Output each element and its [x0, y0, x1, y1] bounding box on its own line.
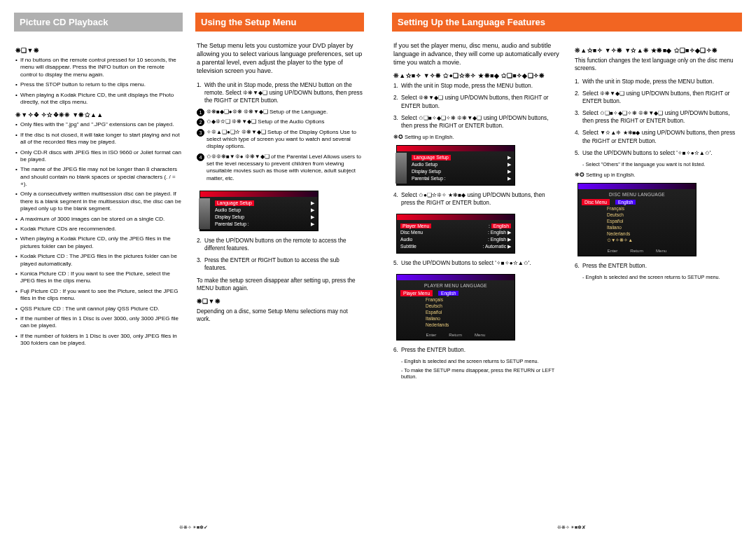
osd-row: Audio Setup — [215, 207, 241, 213]
note-header: ❋❏▼❋ — [15, 47, 181, 54]
player-steps-b: Select ✩●❏✫❊✧ ★❋■◆ using UP/DOWN buttons… — [393, 191, 559, 207]
note-item: If no buttons on the remote control pres… — [15, 57, 181, 78]
cdr-item: Konica Picture CD : If you want to see t… — [15, 270, 181, 285]
setup-close-note: To make the setup screen disappear after… — [197, 277, 363, 292]
osd-player-lang-list: PLAYER MENU LANGUAGE Player Menu English… — [396, 274, 515, 341]
osd-row-label: Audio — [400, 237, 412, 242]
player-lang-header: ❊▲✫■✧ ▼✧❋ ✩●❏✫❊✧ ★❋■◆ ✩❏■✧◆❏✧❋ — [393, 72, 559, 79]
player-step: Select ❊❋▼◆❑ using UP/DOWN buttons, then… — [393, 94, 559, 109]
cdr-item: Kodak Picture CD : The JPEG files in the… — [15, 253, 181, 268]
osd-lang: Español — [400, 309, 511, 315]
disc-step: Select ✩❏■✧◆❏✧❋ ❊❋▼◆❑ using UP/DOWN butt… — [575, 109, 741, 125]
osd-lang: Deutsch — [582, 212, 692, 218]
osd-row: Parental Setup : — [412, 176, 446, 181]
osd-row-val: Automatic — [485, 244, 506, 249]
left-col1: Picture CD Playback ❋❏▼❋ If no buttons o… — [14, 13, 183, 516]
setup-steps-b: Use the UP/DOWN buttons on the remote to… — [197, 237, 363, 272]
cdr-item: If the number of folders in 1 Disc is ov… — [15, 333, 181, 348]
right-col1: If you set the player menu, disc menu, a… — [392, 41, 561, 524]
osd-player-menu: Player Menu: English Disc Menu: English … — [396, 214, 515, 254]
osd-lang: Français — [400, 296, 511, 303]
osd-row: Parental Setup : — [215, 221, 249, 227]
osd-row: Display Setup — [412, 169, 441, 174]
note-item: When playing a Kodak Picture CD, the uni… — [15, 92, 181, 106]
setup-note: Depending on a disc, some Setup Menu sel… — [197, 308, 363, 323]
osd-left: Disc Menu — [582, 199, 610, 205]
osd-val: English — [491, 224, 511, 228]
cdr-item: If the disc is not closed, it will take … — [15, 132, 181, 146]
cdr-item: Only CD-R discs with JPEG files in ISO 9… — [15, 149, 181, 164]
disc-step: Select ❊❋▼◆❑ using UP/DOWN buttons, then… — [575, 90, 741, 105]
setup-circled-list: ❊❋■◆❑●❊❋ ❊❋▼◆❑ Setup of the Language. ✩◆… — [197, 109, 363, 183]
osd-row-label: Disc Menu — [400, 230, 423, 235]
osd-lang: Nederlands — [582, 231, 692, 237]
right-spread: Setting Up the Language Features If you … — [378, 0, 756, 536]
circled-item: ✧❊▲❑●❏✫ ❊❋▼◆❑ Setup of the Display Optio… — [197, 129, 363, 151]
cdr-item: If the number of files in 1 Disc is over… — [15, 315, 181, 330]
disc-intro: This function changes the text language … — [575, 57, 741, 72]
disc-steps-a: With the unit in Stop mode, press the ME… — [575, 78, 741, 157]
disc-step: Use the UP/DOWN buttons to select '✧■✧●✫… — [575, 149, 741, 157]
circled-item: ✩◆❊✫❏ ❊❋▼◆❑ Setup of the Audio Options — [197, 118, 363, 125]
manual-spread: Picture CD Playback ❋❏▼❋ If no buttons o… — [0, 0, 756, 536]
osd-lang: Español — [582, 218, 692, 224]
setup-step: Press the ENTER or RIGHT button to acces… — [197, 256, 363, 272]
section-title-language: Setting Up the Language Features — [392, 13, 742, 32]
cdr-list: Only files with the ".jpg" and ".JPG" ex… — [15, 121, 181, 347]
disc-note: English is selected and the screen retur… — [582, 274, 741, 280]
setup-intro: The Setup menu lets you customize your D… — [197, 41, 363, 76]
cdr-item: Kodak Picture CDs are recommended. — [15, 226, 181, 233]
osd-row-val: English — [491, 230, 506, 235]
osd-title: PLAYER MENU LANGUAGE — [400, 283, 511, 288]
cdr-item: When playing a Kodak Picture CD, only th… — [15, 235, 181, 250]
example-label: ❋✪ Setting up in English. — [393, 134, 559, 140]
page-number-right: ❊❋✧✴■✽✘ — [557, 525, 587, 530]
left-col2: Using the Setup Menu The Setup menu lets… — [195, 13, 364, 516]
setup-step: Use the UP/DOWN buttons on the remote to… — [197, 237, 363, 252]
section-title-setup: Using the Setup Menu — [195, 13, 364, 32]
osd-setup-menu: Language Setup▶ Audio Setup▶ Display Set… — [200, 191, 318, 231]
player-step: Use the UP/DOWN buttons to select '✧■✧●✫… — [393, 259, 559, 267]
osd-lang: ✩▼✧❋✧▲ — [582, 237, 692, 244]
disc-step: With the unit in Stop mode, press the ME… — [575, 78, 741, 85]
setup-step: With the unit in Stop mode, press the ME… — [197, 81, 363, 104]
osd-row: Language Setup — [215, 200, 254, 206]
osd-row: Audio Setup — [412, 162, 438, 167]
cdr-item: Only a consecutively written multisessio… — [15, 191, 181, 212]
osd-lang-setup: Language Setup▶ Audio Setup▶ Display Set… — [396, 145, 515, 186]
player-note: English is selected and the screen retur… — [401, 358, 559, 364]
setup-steps-a: With the unit in Stop mode, press the ME… — [197, 81, 363, 104]
osd-lang: Nederlands — [400, 322, 511, 328]
circled-item: ❊❋■◆❑●❊❋ ❊❋▼◆❑ Setup of the Language. — [197, 109, 363, 116]
osd-lang: English — [438, 291, 458, 296]
lang-intro: If you set the player menu, disc menu, a… — [393, 41, 559, 67]
player-steps-c: Use the UP/DOWN buttons to select '✧■✧●✫… — [393, 259, 559, 267]
circled-item: ✩❊❊❋■▼❊● ❊❋▼◆❑ of the Parental Level All… — [197, 153, 363, 183]
osd-left: Player Menu — [400, 224, 431, 228]
player-steps-a: With the unit in Stop mode, press the ME… — [393, 82, 559, 129]
player-steps-d: Press the ENTER button. — [393, 346, 559, 354]
cdr-header: ❈▼✧❖ ✧✫❖❈❈ ▼❋✩▲▲ — [15, 111, 181, 118]
osd-disc-lang-list: DISC MENU LANGUAGE Disc Menu English Fra… — [578, 183, 696, 256]
osd-title: DISC MENU LANGUAGE — [582, 192, 692, 197]
player-step: Select ✩❏■✧◆❏✧❋ ❊❋▼◆❑ using UP/DOWN butt… — [393, 114, 559, 130]
osd-left: Player Menu — [400, 290, 433, 296]
osd-row: Language Setup — [412, 155, 451, 160]
cdr-item: Fuji Picture CD : If you want to see the… — [15, 288, 181, 303]
disc-step: Press the ENTER button. — [575, 262, 741, 270]
player-step: With the unit in Stop mode, press the ME… — [393, 82, 559, 90]
cdr-item: QSS Picture CD : The unit cannot play QS… — [15, 305, 181, 312]
osd-row-label: Subtitle — [400, 244, 416, 249]
osd-lang: Italiano — [582, 224, 692, 231]
page-number-left: ❊❋✧✴■✽✔ — [179, 525, 209, 530]
cdr-item: Only files with the ".jpg" and ".JPG" ex… — [15, 121, 181, 128]
left-spread: Picture CD Playback ❋❏▼❋ If no buttons o… — [0, 0, 378, 536]
player-note: To make the SETUP menu disappear, press … — [401, 367, 559, 380]
player-step: Press the ENTER button. — [393, 346, 559, 354]
disc-lang-header: ❊▲✫■✧ ▼✧❋ ▼✫▲❈ ★❋■◆ ✩❏■✧◆❏✧❋ — [575, 47, 741, 54]
setup-note-header: ❋❏▼❋ — [197, 298, 363, 305]
disc-steps-b: Press the ENTER button. — [575, 262, 741, 270]
disc-note5: Select "Others" if the language you want… — [582, 161, 741, 167]
cdr-item: The name of the JPEG file may not be lon… — [15, 166, 181, 188]
note-list: If no buttons on the remote control pres… — [15, 57, 181, 106]
